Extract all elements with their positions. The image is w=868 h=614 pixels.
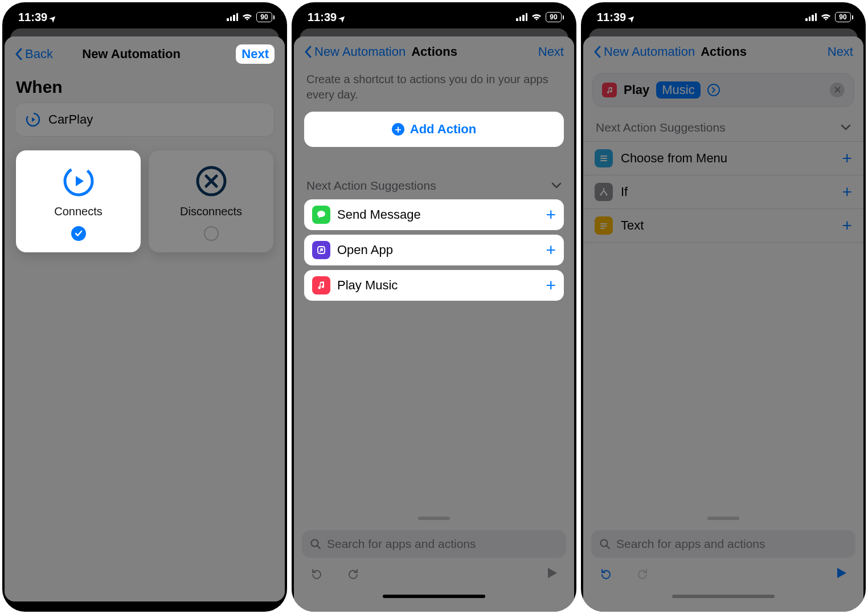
chevron-down-icon: [841, 124, 851, 131]
home-indicator[interactable]: [383, 595, 485, 598]
svg-rect-5: [600, 155, 607, 157]
nav-title: Actions: [701, 44, 747, 59]
svg-rect-10: [600, 223, 607, 224]
status-bar: 11:39 90: [292, 2, 576, 28]
home-indicator[interactable]: [93, 605, 196, 608]
cellular-signal-icon: [516, 13, 527, 21]
suggestion-send-message[interactable]: Send Message +: [304, 199, 564, 230]
status-time: 11:39: [18, 11, 47, 24]
search-icon: [599, 538, 611, 550]
music-app-icon: [312, 276, 330, 294]
drawer-grabber[interactable]: [418, 517, 450, 520]
next-button[interactable]: Next: [236, 44, 275, 64]
status-time: 11:39: [597, 11, 626, 24]
undo-button[interactable]: [599, 568, 613, 582]
svg-point-8: [600, 194, 602, 196]
if-icon: [595, 183, 613, 201]
add-icon[interactable]: +: [546, 205, 556, 224]
nav-title: Actions: [411, 44, 457, 59]
suggestion-choose-from-menu[interactable]: Choose from Menu +: [583, 142, 863, 175]
location-arrow-icon: [50, 11, 56, 24]
suggestion-play-music[interactable]: Play Music +: [304, 270, 564, 301]
back-label: New Automation: [314, 44, 406, 59]
option-disconnects[interactable]: Disconnects: [149, 150, 273, 252]
expand-parameters-icon[interactable]: [707, 84, 720, 96]
nav-bar: Back New Automation Next: [5, 36, 285, 69]
add-icon[interactable]: +: [842, 182, 852, 202]
cellular-signal-icon: [805, 13, 817, 21]
location-arrow-icon: [628, 11, 635, 24]
when-header: When: [5, 69, 285, 103]
option-label: Disconnects: [180, 205, 242, 218]
run-button[interactable]: [546, 566, 558, 583]
suggestions-header[interactable]: Next Action Suggestions: [294, 147, 574, 199]
add-action-button[interactable]: ＋ Add Action: [304, 112, 564, 147]
undo-button[interactable]: [310, 568, 324, 582]
battery-percentage: 90: [546, 12, 562, 22]
add-icon[interactable]: +: [546, 276, 556, 295]
next-button[interactable]: Next: [538, 44, 564, 59]
option-label: Connects: [54, 205, 103, 218]
battery-indicator: 90: [546, 12, 564, 22]
disconnects-icon: [195, 165, 227, 197]
add-icon[interactable]: +: [842, 216, 852, 235]
search-placeholder: Search for apps and actions: [616, 537, 765, 551]
cellular-signal-icon: [227, 13, 238, 21]
suggestions-header[interactable]: Next Action Suggestions: [583, 107, 863, 141]
next-button[interactable]: Next: [828, 44, 853, 59]
radio-unselected-icon: [204, 226, 219, 241]
actions-sheet: New Automation Actions Next Create a sho…: [294, 36, 574, 612]
nav-bar: New Automation Actions Next: [294, 36, 574, 65]
action-parameter[interactable]: Music: [656, 81, 700, 99]
nav-bar: New Automation Actions Next: [583, 36, 863, 65]
suggestion-text[interactable]: Text +: [583, 209, 863, 243]
location-arrow-icon: [339, 11, 346, 24]
run-button[interactable]: [835, 566, 847, 583]
search-placeholder: Search for apps and actions: [327, 537, 476, 551]
svg-rect-12: [600, 228, 605, 229]
trigger-label: CarPlay: [48, 112, 93, 127]
helper-text: Create a shortcut to actions you do in y…: [294, 65, 574, 112]
text-icon: [595, 216, 613, 235]
suggestion-open-app[interactable]: Open App +: [304, 235, 564, 265]
svg-rect-7: [600, 160, 607, 161]
actions-sheet: New Automation Actions Next Play Music ✕…: [583, 36, 863, 612]
add-icon[interactable]: +: [842, 149, 852, 168]
carplay-icon: [26, 112, 40, 127]
screenshot-panel-2: 11:39 90 New Automation Actions Next Cre…: [292, 2, 576, 612]
back-button[interactable]: New Automation: [304, 44, 406, 59]
delete-action-icon[interactable]: ✕: [830, 83, 845, 97]
wifi-icon: [531, 13, 542, 21]
connects-icon: [63, 165, 95, 197]
back-label: New Automation: [604, 44, 695, 59]
wifi-icon: [820, 13, 832, 21]
wifi-icon: [241, 13, 253, 21]
screenshot-panel-3: 11:39 90 New Automation Actions Next: [581, 2, 866, 612]
option-connects[interactable]: Connects: [16, 150, 141, 252]
add-icon[interactable]: +: [546, 240, 556, 260]
redo-button[interactable]: [636, 568, 649, 582]
radio-selected-icon: [71, 226, 86, 241]
action-card-play-music[interactable]: Play Music ✕: [592, 73, 854, 107]
battery-indicator: 90: [256, 12, 275, 22]
redo-button[interactable]: [346, 568, 360, 582]
suggestion-if[interactable]: If +: [583, 175, 863, 209]
plus-circle-icon: ＋: [392, 123, 404, 136]
battery-percentage: 90: [256, 12, 272, 22]
music-app-icon: [602, 83, 617, 97]
open-app-icon: [312, 241, 330, 259]
search-field[interactable]: Search for apps and actions: [302, 530, 566, 558]
back-button[interactable]: New Automation: [593, 44, 695, 59]
nav-title: New Automation: [27, 47, 236, 62]
svg-rect-11: [600, 226, 607, 227]
chevron-down-icon: [551, 182, 562, 189]
messages-app-icon: [312, 206, 330, 224]
svg-point-9: [606, 194, 608, 196]
search-field[interactable]: Search for apps and actions: [591, 530, 855, 558]
home-indicator[interactable]: [672, 595, 775, 598]
drawer-grabber[interactable]: [707, 517, 739, 520]
status-bar: 11:39 90: [581, 2, 866, 28]
add-action-label: Add Action: [410, 122, 477, 137]
trigger-row-carplay[interactable]: CarPlay: [15, 103, 275, 137]
battery-percentage: 90: [835, 12, 851, 22]
